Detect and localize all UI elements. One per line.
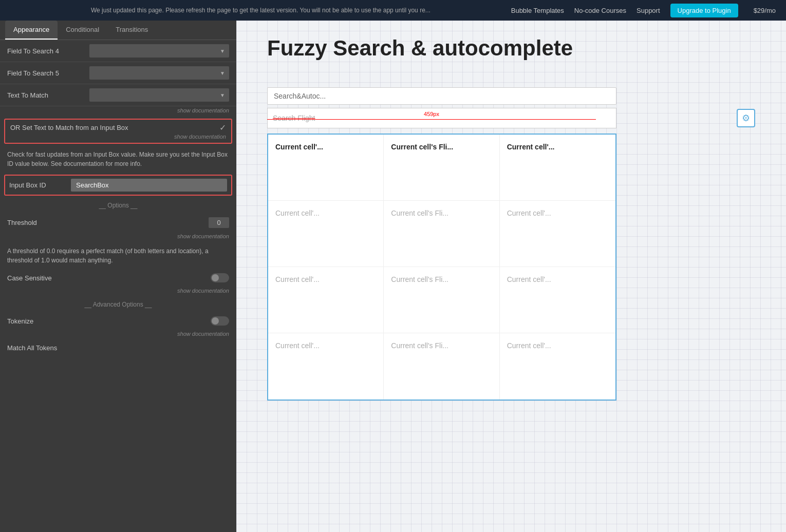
field-to-search-5-row: Field To Search 5 ▼: [0, 62, 236, 84]
show-doc-case-sensitive[interactable]: show documentation: [0, 287, 236, 297]
chevron-down-icon-3: ▼: [220, 92, 225, 98]
result-cell: Current cell'...: [500, 267, 615, 333]
chevron-down-icon: ▼: [220, 48, 225, 54]
case-sensitive-toggle[interactable]: [211, 273, 229, 282]
chevron-down-icon-2: ▼: [220, 70, 225, 76]
nav-templates[interactable]: Bubble Templates: [511, 7, 564, 14]
show-doc-threshold[interactable]: show documentation: [0, 232, 236, 242]
toggle-knob: [212, 274, 219, 281]
tab-conditional[interactable]: Conditional: [58, 21, 107, 40]
tokenize-row: Tokenize: [0, 312, 236, 330]
panel-tabs: Appearance Conditional Transitions: [0, 21, 236, 40]
results-grid: Current cell'...Current cell's Fli...Cur…: [268, 135, 615, 400]
search-input-element: Search Flight: [267, 108, 616, 128]
result-cell: Current cell'...: [500, 333, 615, 400]
page-title: Fuzzy Search & autocomplete: [267, 36, 573, 61]
tokenize-label: Tokenize: [7, 317, 211, 325]
tab-appearance[interactable]: Appearance: [5, 21, 58, 40]
match-all-tokens-row: Match All Tokens: [0, 340, 236, 356]
field-to-search-4-select[interactable]: ▼: [89, 44, 229, 58]
result-cell: Current cell'...: [268, 333, 384, 400]
tokenize-toggle[interactable]: [211, 316, 229, 326]
results-container: Current cell'...Current cell's Fli...Cur…: [267, 134, 616, 401]
result-cell: Current cell'...: [268, 267, 384, 333]
or-set-doc[interactable]: show documentation: [10, 134, 226, 140]
nav-courses[interactable]: No-code Courses: [574, 7, 626, 14]
gear-icon: ⚙: [742, 112, 750, 124]
text-to-match-select[interactable]: ▼: [89, 88, 229, 102]
result-cell: Current cell'...: [268, 135, 384, 200]
top-nav: Bubble Templates No-code Courses Support…: [511, 4, 776, 17]
field-to-search-5-label: Field To Search 5: [7, 69, 89, 77]
advanced-options-divider: __ Advanced Options __: [0, 297, 236, 312]
case-sensitive-row: Case Sensitive: [0, 269, 236, 287]
top-banner: We just updated this page. Please refres…: [0, 0, 786, 21]
tab-transitions[interactable]: Transitions: [107, 21, 156, 40]
or-set-text-row: OR Set Text to Match from an Input Box ✓…: [4, 119, 232, 144]
text-to-match-label: Text To Match: [7, 91, 89, 99]
result-cell: Current cell'...: [500, 201, 615, 267]
left-panel: Search&Autocorrect A ℹ 💬 ✕ Appearance Co…: [0, 0, 236, 532]
search-input-text: Search Flight: [273, 114, 315, 122]
gear-icon-button[interactable]: ⚙: [737, 109, 755, 127]
result-cell: Current cell'...: [268, 201, 384, 267]
result-cell: Current cell's Fli...: [384, 135, 499, 200]
panel-content: Field To Search 4 ▼ Field To Search 5 ▼ …: [0, 40, 236, 531]
field-to-search-4-row: Field To Search 4 ▼: [0, 40, 236, 62]
input-box-id-value[interactable]: SearchBox: [71, 179, 227, 192]
result-cell: Current cell's Fli...: [384, 267, 499, 333]
measure-459px-label: 459px: [424, 111, 439, 117]
threshold-value[interactable]: 0: [209, 217, 229, 228]
banner-text: We just updated this page. Please refres…: [10, 7, 511, 14]
measurement-line-horizontal: 459px: [267, 119, 596, 120]
nav-support[interactable]: Support: [637, 7, 660, 14]
input-box-id-label: Input Box ID: [9, 181, 71, 189]
table-row: Current cell'...Current cell's Fli...Cur…: [268, 333, 615, 400]
result-cell: Current cell's Fli...: [384, 201, 499, 267]
upgrade-button[interactable]: Upgrade to Plugin: [670, 4, 738, 17]
main-area: Fuzzy Search & autocomplete Search&Autoc…: [236, 21, 786, 532]
case-sensitive-label: Case Sensitive: [7, 274, 211, 282]
result-cell: Current cell'...: [500, 135, 615, 200]
options-divider: __ Options __: [0, 198, 236, 213]
table-row: Current cell'...Current cell's Fli...Cur…: [268, 135, 615, 201]
result-cell: Current cell's Fli...: [384, 333, 499, 400]
show-doc-text-to-match[interactable]: show documentation: [0, 106, 236, 117]
input-box-id-row: Input Box ID SearchBox: [4, 175, 232, 196]
threshold-row: Threshold 0: [0, 213, 236, 232]
or-set-label[interactable]: OR Set Text to Match from an Input Box: [10, 124, 128, 131]
field-to-search-4-label: Field To Search 4: [7, 47, 89, 55]
search-autocorrect-element: Search&Autoc...: [267, 87, 616, 105]
table-row: Current cell'...Current cell's Fli...Cur…: [268, 267, 615, 333]
description-text: Check for fast updates from an Input Box…: [0, 146, 236, 173]
text-to-match-row: Text To Match ▼: [0, 84, 236, 106]
field-to-search-5-select[interactable]: ▼: [89, 66, 229, 80]
threshold-label: Threshold: [7, 219, 209, 226]
threshold-desc: A threshold of 0.0 requires a perfect ma…: [0, 242, 236, 269]
show-doc-tokenize[interactable]: show documentation: [0, 330, 236, 340]
or-set-inner: OR Set Text to Match from an Input Box ✓: [10, 123, 226, 132]
tokenize-toggle-knob: [212, 317, 219, 325]
checkmark-icon: ✓: [219, 123, 226, 132]
table-row: Current cell'...Current cell's Fli...Cur…: [268, 201, 615, 267]
price-label: $29/mo: [754, 7, 776, 14]
match-all-tokens-label: Match All Tokens: [7, 344, 229, 352]
canvas: Fuzzy Search & autocomplete Search&Autoc…: [236, 21, 786, 532]
